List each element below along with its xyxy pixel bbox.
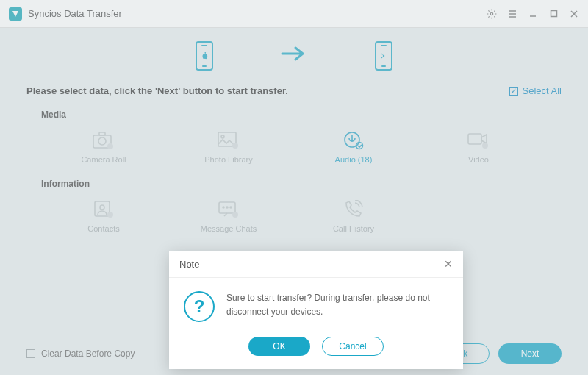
dialog-body: ? Sure to start transfer? During transfe… xyxy=(169,278,463,332)
ok-button[interactable]: OK xyxy=(248,337,310,356)
dialog-title: Note xyxy=(179,259,199,270)
dialog-header: Note ✕ xyxy=(169,251,463,278)
dialog-close-icon[interactable]: ✕ xyxy=(444,258,453,270)
dialog-footer: OK Cancel xyxy=(169,332,463,369)
dialog-message: Sure to start transfer? During transfer,… xyxy=(226,291,448,319)
confirm-dialog: Note ✕ ? Sure to start transfer? During … xyxy=(169,251,463,369)
modal-overlay: Note ✕ ? Sure to start transfer? During … xyxy=(0,0,588,375)
question-icon: ? xyxy=(184,291,215,322)
cancel-button[interactable]: Cancel xyxy=(322,337,384,356)
